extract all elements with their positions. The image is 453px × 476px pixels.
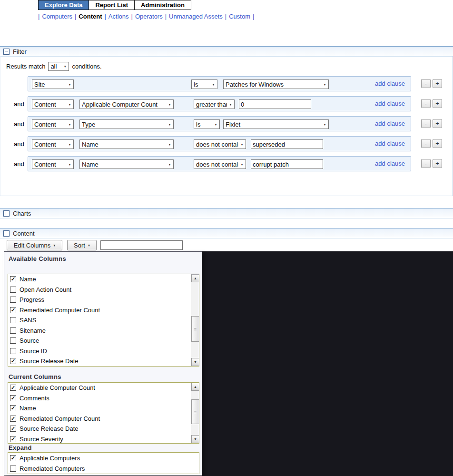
checkbox-unchecked-icon[interactable] bbox=[10, 317, 16, 323]
clause-value-input[interactable] bbox=[251, 139, 323, 149]
clause-operator-value: does not contain bbox=[196, 141, 238, 148]
content-search-input[interactable] bbox=[100, 240, 183, 250]
checkbox-unchecked-icon[interactable] bbox=[10, 327, 16, 334]
expand-icon[interactable] bbox=[3, 210, 10, 217]
add-clause-button[interactable]: + bbox=[433, 79, 442, 88]
clause-property-select[interactable]: Applicable Computer Count▾ bbox=[79, 99, 174, 109]
column-option[interactable]: ✓Applicable Computers bbox=[8, 453, 199, 464]
scroll-thumb[interactable]: ≡ bbox=[191, 399, 199, 424]
checkbox-checked-icon[interactable]: ✓ bbox=[10, 395, 16, 401]
clause-value: Patches for Windows bbox=[226, 81, 321, 88]
checkbox-unchecked-icon[interactable] bbox=[10, 466, 16, 472]
clause-field-select[interactable]: Content▾ bbox=[32, 139, 74, 149]
column-option[interactable]: ✓Source Severity bbox=[8, 434, 190, 444]
clause-value-select[interactable]: Patches for Windows▾ bbox=[223, 79, 329, 89]
clause-operator-select[interactable]: is▾ bbox=[191, 79, 217, 89]
checkbox-checked-icon[interactable]: ✓ bbox=[10, 307, 16, 313]
column-option[interactable]: Remediated Computers bbox=[8, 464, 199, 474]
edit-columns-button[interactable]: Edit Columns ▾ bbox=[7, 240, 62, 250]
clause-field-select[interactable]: Content▾ bbox=[32, 159, 74, 169]
dropdown-arrow-icon: ▾ bbox=[61, 64, 69, 69]
clause-operator-select[interactable]: does not contain▾ bbox=[194, 139, 246, 149]
clause-operator-select[interactable]: does not contain▾ bbox=[194, 159, 246, 169]
clause-value-select[interactable]: Fixlet▾ bbox=[223, 119, 329, 129]
tab-report-list[interactable]: Report List bbox=[89, 0, 135, 10]
subnav-item-operators[interactable]: Operators bbox=[135, 13, 163, 20]
checkbox-checked-icon[interactable]: ✓ bbox=[10, 358, 16, 364]
clause-property-select[interactable]: Name▾ bbox=[79, 139, 174, 149]
scrollbar[interactable]: ▲ ≡ ▼ bbox=[191, 383, 199, 443]
charts-section-header[interactable]: Charts bbox=[0, 208, 453, 218]
column-option[interactable]: Source bbox=[8, 336, 190, 346]
add-clause-button[interactable]: + bbox=[433, 119, 442, 128]
add-clause-link[interactable]: add clause bbox=[375, 100, 405, 107]
clause-property-select[interactable]: Name▾ bbox=[79, 159, 174, 169]
checkbox-checked-icon[interactable]: ✓ bbox=[10, 426, 16, 432]
subnav-item-actions[interactable]: Actions bbox=[108, 13, 129, 20]
checkbox-unchecked-icon[interactable] bbox=[10, 337, 16, 344]
checkbox-checked-icon[interactable]: ✓ bbox=[10, 405, 16, 411]
scroll-thumb[interactable]: ≡ bbox=[191, 316, 199, 342]
column-option[interactable]: Sitename bbox=[8, 326, 190, 336]
clause-field-select[interactable]: Content▾ bbox=[32, 99, 74, 109]
column-option[interactable]: SANS bbox=[8, 315, 190, 326]
checkbox-checked-icon[interactable]: ✓ bbox=[10, 455, 16, 461]
column-option[interactable]: ✓Remediated Computer Count bbox=[8, 305, 190, 316]
remove-clause-button[interactable]: - bbox=[421, 159, 431, 168]
add-clause-link[interactable]: add clause bbox=[375, 120, 405, 127]
column-option[interactable]: Progress bbox=[8, 295, 190, 305]
match-conditions-select[interactable]: all ▾ bbox=[48, 62, 69, 71]
checkbox-checked-icon[interactable]: ✓ bbox=[10, 385, 16, 391]
clause-operator-select[interactable]: is▾ bbox=[194, 119, 220, 129]
scroll-up-icon[interactable]: ▲ bbox=[191, 383, 199, 391]
remove-clause-button[interactable]: - bbox=[421, 79, 431, 88]
collapse-icon[interactable] bbox=[3, 230, 10, 237]
scroll-up-icon[interactable]: ▲ bbox=[191, 274, 199, 282]
tab-administration[interactable]: Administration bbox=[134, 0, 191, 10]
column-option[interactable]: ✓Name bbox=[8, 403, 190, 414]
expand-list: ✓Applicable ComputersRemediated Computer… bbox=[8, 452, 199, 474]
checkbox-checked-icon[interactable]: ✓ bbox=[10, 436, 16, 442]
add-clause-button[interactable]: + bbox=[433, 139, 442, 148]
collapse-icon[interactable] bbox=[3, 49, 10, 55]
checkbox-unchecked-icon[interactable] bbox=[10, 297, 16, 303]
sort-button[interactable]: Sort ▾ bbox=[67, 240, 97, 250]
remove-clause-button[interactable]: - bbox=[421, 139, 431, 148]
column-option[interactable]: ✓Applicable Computer Count bbox=[8, 383, 190, 393]
column-option[interactable]: ✓Source Release Date bbox=[8, 356, 190, 367]
checkbox-unchecked-icon[interactable] bbox=[10, 287, 16, 293]
subnav-item-custom[interactable]: Custom bbox=[229, 13, 250, 20]
remove-clause-button[interactable]: - bbox=[421, 99, 431, 108]
clause-value-input[interactable] bbox=[239, 99, 311, 109]
subnav-item-content[interactable]: Content bbox=[79, 13, 102, 20]
content-section-header[interactable]: Content bbox=[0, 228, 453, 238]
column-option[interactable]: ✓Source Release Date bbox=[8, 424, 190, 434]
scrollbar[interactable]: ▲ ≡ ▼ bbox=[191, 274, 199, 366]
tab-explore-data[interactable]: Explore Data bbox=[38, 0, 89, 10]
column-option[interactable]: ✓Name bbox=[8, 274, 190, 285]
checkbox-unchecked-icon[interactable] bbox=[10, 348, 16, 354]
checkbox-checked-icon[interactable]: ✓ bbox=[10, 276, 16, 282]
column-option[interactable]: ✓Remediated Computer Count bbox=[8, 414, 190, 424]
subnav-item-unmanaged-assets[interactable]: Unmanaged Assets bbox=[169, 13, 223, 20]
clause-value-input[interactable] bbox=[251, 159, 323, 169]
checkbox-checked-icon[interactable]: ✓ bbox=[10, 416, 16, 422]
add-clause-button[interactable]: + bbox=[433, 99, 442, 108]
filter-section-header[interactable]: Filter bbox=[0, 46, 453, 57]
column-option[interactable]: ✓Comments bbox=[8, 393, 190, 404]
remove-clause-button[interactable]: - bbox=[421, 119, 431, 128]
clause-property-select[interactable]: Type▾ bbox=[79, 119, 174, 129]
clause-field-select[interactable]: Site▾ bbox=[32, 79, 74, 89]
column-option[interactable]: Open Action Count bbox=[8, 285, 190, 295]
column-option[interactable]: Source ID bbox=[8, 346, 190, 357]
scroll-down-icon[interactable]: ▼ bbox=[191, 435, 199, 443]
add-clause-link[interactable]: add clause bbox=[375, 80, 405, 87]
add-clause-link[interactable]: add clause bbox=[375, 160, 405, 167]
clause-operator-select[interactable]: greater than▾ bbox=[194, 99, 235, 109]
add-clause-button[interactable]: + bbox=[433, 159, 442, 168]
match-conditions-value: all bbox=[50, 63, 61, 70]
scroll-down-icon[interactable]: ▼ bbox=[191, 358, 199, 366]
add-clause-link[interactable]: add clause bbox=[375, 140, 405, 147]
subnav-item-computers[interactable]: Computers bbox=[42, 13, 72, 20]
clause-field-select[interactable]: Content▾ bbox=[32, 119, 74, 129]
